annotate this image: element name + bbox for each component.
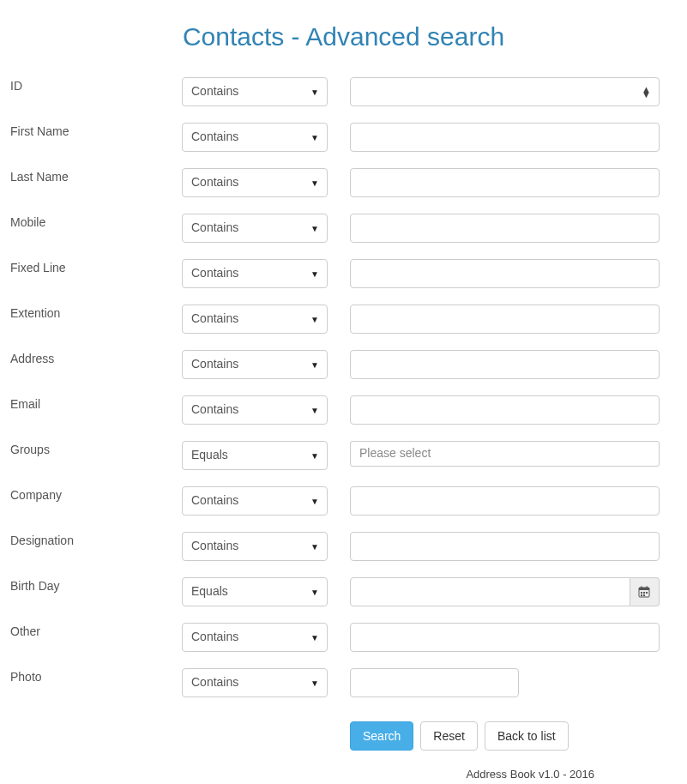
- label-mobile: Mobile: [10, 214, 182, 229]
- svg-rect-1: [639, 588, 649, 590]
- operator-birthday[interactable]: Equals: [182, 577, 328, 606]
- value-email[interactable]: [350, 395, 660, 425]
- label-birthday: Birth Day: [10, 577, 182, 593]
- svg-rect-5: [643, 592, 645, 594]
- row-other: Other Contains ▼: [10, 623, 677, 652]
- svg-rect-8: [643, 594, 645, 596]
- label-photo: Photo: [10, 668, 182, 684]
- label-fixedline: Fixed Line: [10, 259, 182, 274]
- value-photo[interactable]: [350, 668, 519, 697]
- operator-mobile[interactable]: Contains: [182, 214, 328, 243]
- label-extention: Extention: [10, 305, 182, 320]
- label-email: Email: [10, 395, 182, 411]
- label-firstname: First Name: [10, 123, 182, 138]
- value-other[interactable]: [350, 623, 660, 652]
- operator-firstname[interactable]: Contains: [182, 123, 328, 152]
- row-designation: Designation Contains ▼: [10, 532, 677, 561]
- row-firstname: First Name Contains ▼: [10, 123, 677, 152]
- value-company[interactable]: [350, 486, 660, 516]
- value-birthday[interactable]: [350, 577, 630, 606]
- operator-id[interactable]: Contains: [182, 77, 328, 106]
- row-birthday: Birth Day Equals ▼: [10, 577, 677, 606]
- row-groups: Groups Equals ▼ Please select: [10, 441, 677, 470]
- back-to-list-button[interactable]: Back to list: [485, 721, 569, 751]
- footer-text: Address Book v1.0 - 2016: [0, 766, 687, 784]
- label-groups: Groups: [10, 441, 182, 456]
- value-firstname[interactable]: [350, 123, 660, 152]
- row-mobile: Mobile Contains ▼: [10, 214, 677, 243]
- operator-address[interactable]: Contains: [182, 350, 328, 379]
- value-fixedline[interactable]: [350, 259, 660, 288]
- reset-button[interactable]: Reset: [420, 721, 478, 751]
- svg-rect-2: [641, 587, 642, 589]
- svg-rect-6: [646, 592, 648, 594]
- label-other: Other: [10, 623, 182, 638]
- page-title: Contacts - Advanced search: [10, 22, 677, 51]
- value-id[interactable]: [350, 77, 660, 106]
- label-address: Address: [10, 350, 182, 365]
- row-id: ID Contains ▼ ▲▼: [10, 77, 677, 106]
- row-address: Address Contains ▼: [10, 350, 677, 379]
- action-row: Search Reset Back to list: [10, 721, 677, 751]
- value-mobile[interactable]: [350, 214, 660, 243]
- row-extention: Extention Contains ▼: [10, 305, 677, 334]
- operator-photo[interactable]: Contains: [182, 668, 328, 697]
- svg-rect-3: [647, 587, 648, 589]
- row-email: Email Contains ▼: [10, 395, 677, 425]
- value-groups[interactable]: Please select: [350, 441, 660, 467]
- row-photo: Photo Contains ▼: [10, 668, 677, 697]
- search-button[interactable]: Search: [350, 721, 413, 751]
- value-designation[interactable]: [350, 532, 660, 561]
- value-address[interactable]: [350, 350, 660, 379]
- calendar-icon[interactable]: [630, 577, 660, 606]
- label-company: Company: [10, 486, 182, 502]
- operator-groups[interactable]: Equals: [182, 441, 328, 470]
- svg-rect-4: [641, 592, 642, 594]
- operator-other[interactable]: Contains: [182, 623, 328, 652]
- operator-lastname[interactable]: Contains: [182, 168, 328, 197]
- value-lastname[interactable]: [350, 168, 660, 197]
- label-designation: Designation: [10, 532, 182, 547]
- row-fixedline: Fixed Line Contains ▼: [10, 259, 677, 288]
- label-lastname: Last Name: [10, 168, 182, 184]
- row-company: Company Contains ▼: [10, 486, 677, 516]
- operator-email[interactable]: Contains: [182, 395, 328, 425]
- operator-extention[interactable]: Contains: [182, 305, 328, 334]
- operator-designation[interactable]: Contains: [182, 532, 328, 561]
- svg-rect-7: [641, 594, 642, 596]
- label-id: ID: [10, 77, 182, 93]
- operator-company[interactable]: Contains: [182, 486, 328, 516]
- row-lastname: Last Name Contains ▼: [10, 168, 677, 197]
- operator-fixedline[interactable]: Contains: [182, 259, 328, 288]
- value-extention[interactable]: [350, 305, 660, 334]
